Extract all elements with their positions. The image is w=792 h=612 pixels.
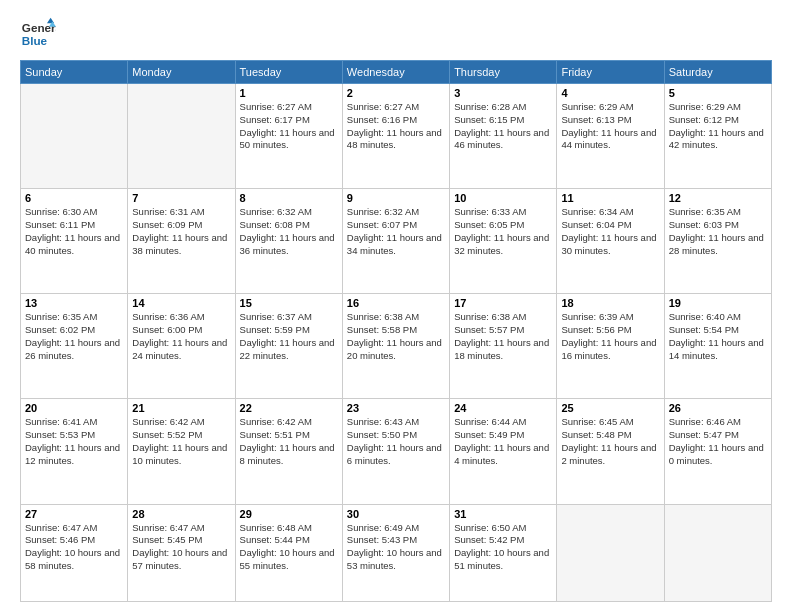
svg-text:Blue: Blue — [22, 34, 48, 47]
calendar-cell: 1Sunrise: 6:27 AM Sunset: 6:17 PM Daylig… — [235, 84, 342, 189]
calendar-cell — [128, 84, 235, 189]
day-number: 16 — [347, 297, 445, 309]
day-number: 1 — [240, 87, 338, 99]
calendar-cell: 26Sunrise: 6:46 AM Sunset: 5:47 PM Dayli… — [664, 399, 771, 504]
day-number: 12 — [669, 192, 767, 204]
calendar-cell: 3Sunrise: 6:28 AM Sunset: 6:15 PM Daylig… — [450, 84, 557, 189]
cell-info: Sunrise: 6:47 AM Sunset: 5:46 PM Dayligh… — [25, 522, 123, 573]
cell-info: Sunrise: 6:27 AM Sunset: 6:17 PM Dayligh… — [240, 101, 338, 152]
day-number: 17 — [454, 297, 552, 309]
day-number: 9 — [347, 192, 445, 204]
calendar-cell: 15Sunrise: 6:37 AM Sunset: 5:59 PM Dayli… — [235, 294, 342, 399]
day-header-friday: Friday — [557, 61, 664, 84]
day-number: 30 — [347, 508, 445, 520]
calendar-cell: 6Sunrise: 6:30 AM Sunset: 6:11 PM Daylig… — [21, 189, 128, 294]
cell-info: Sunrise: 6:41 AM Sunset: 5:53 PM Dayligh… — [25, 416, 123, 467]
calendar-cell: 19Sunrise: 6:40 AM Sunset: 5:54 PM Dayli… — [664, 294, 771, 399]
calendar-cell: 11Sunrise: 6:34 AM Sunset: 6:04 PM Dayli… — [557, 189, 664, 294]
cell-info: Sunrise: 6:40 AM Sunset: 5:54 PM Dayligh… — [669, 311, 767, 362]
cell-info: Sunrise: 6:33 AM Sunset: 6:05 PM Dayligh… — [454, 206, 552, 257]
cell-info: Sunrise: 6:47 AM Sunset: 5:45 PM Dayligh… — [132, 522, 230, 573]
calendar-cell: 8Sunrise: 6:32 AM Sunset: 6:08 PM Daylig… — [235, 189, 342, 294]
day-number: 28 — [132, 508, 230, 520]
cell-info: Sunrise: 6:27 AM Sunset: 6:16 PM Dayligh… — [347, 101, 445, 152]
calendar-cell — [557, 504, 664, 601]
calendar-cell: 4Sunrise: 6:29 AM Sunset: 6:13 PM Daylig… — [557, 84, 664, 189]
day-header-tuesday: Tuesday — [235, 61, 342, 84]
cell-info: Sunrise: 6:29 AM Sunset: 6:13 PM Dayligh… — [561, 101, 659, 152]
cell-info: Sunrise: 6:32 AM Sunset: 6:08 PM Dayligh… — [240, 206, 338, 257]
day-number: 20 — [25, 402, 123, 414]
day-number: 24 — [454, 402, 552, 414]
cell-info: Sunrise: 6:37 AM Sunset: 5:59 PM Dayligh… — [240, 311, 338, 362]
day-number: 3 — [454, 87, 552, 99]
calendar-cell: 5Sunrise: 6:29 AM Sunset: 6:12 PM Daylig… — [664, 84, 771, 189]
calendar-cell: 21Sunrise: 6:42 AM Sunset: 5:52 PM Dayli… — [128, 399, 235, 504]
day-number: 13 — [25, 297, 123, 309]
cell-info: Sunrise: 6:29 AM Sunset: 6:12 PM Dayligh… — [669, 101, 767, 152]
day-number: 6 — [25, 192, 123, 204]
cell-info: Sunrise: 6:49 AM Sunset: 5:43 PM Dayligh… — [347, 522, 445, 573]
calendar-week-row: 13Sunrise: 6:35 AM Sunset: 6:02 PM Dayli… — [21, 294, 772, 399]
cell-info: Sunrise: 6:31 AM Sunset: 6:09 PM Dayligh… — [132, 206, 230, 257]
cell-info: Sunrise: 6:34 AM Sunset: 6:04 PM Dayligh… — [561, 206, 659, 257]
cell-info: Sunrise: 6:42 AM Sunset: 5:51 PM Dayligh… — [240, 416, 338, 467]
calendar-cell: 18Sunrise: 6:39 AM Sunset: 5:56 PM Dayli… — [557, 294, 664, 399]
cell-info: Sunrise: 6:36 AM Sunset: 6:00 PM Dayligh… — [132, 311, 230, 362]
day-header-sunday: Sunday — [21, 61, 128, 84]
day-header-thursday: Thursday — [450, 61, 557, 84]
cell-info: Sunrise: 6:38 AM Sunset: 5:58 PM Dayligh… — [347, 311, 445, 362]
day-number: 31 — [454, 508, 552, 520]
calendar-cell: 31Sunrise: 6:50 AM Sunset: 5:42 PM Dayli… — [450, 504, 557, 601]
cell-info: Sunrise: 6:44 AM Sunset: 5:49 PM Dayligh… — [454, 416, 552, 467]
calendar-week-row: 27Sunrise: 6:47 AM Sunset: 5:46 PM Dayli… — [21, 504, 772, 601]
cell-info: Sunrise: 6:35 AM Sunset: 6:03 PM Dayligh… — [669, 206, 767, 257]
day-number: 22 — [240, 402, 338, 414]
day-header-monday: Monday — [128, 61, 235, 84]
calendar-cell — [21, 84, 128, 189]
calendar-cell: 17Sunrise: 6:38 AM Sunset: 5:57 PM Dayli… — [450, 294, 557, 399]
day-number: 25 — [561, 402, 659, 414]
calendar-cell: 23Sunrise: 6:43 AM Sunset: 5:50 PM Dayli… — [342, 399, 449, 504]
calendar-cell: 7Sunrise: 6:31 AM Sunset: 6:09 PM Daylig… — [128, 189, 235, 294]
calendar-cell: 27Sunrise: 6:47 AM Sunset: 5:46 PM Dayli… — [21, 504, 128, 601]
day-number: 15 — [240, 297, 338, 309]
day-number: 11 — [561, 192, 659, 204]
calendar-cell: 2Sunrise: 6:27 AM Sunset: 6:16 PM Daylig… — [342, 84, 449, 189]
cell-info: Sunrise: 6:43 AM Sunset: 5:50 PM Dayligh… — [347, 416, 445, 467]
cell-info: Sunrise: 6:42 AM Sunset: 5:52 PM Dayligh… — [132, 416, 230, 467]
calendar-cell: 14Sunrise: 6:36 AM Sunset: 6:00 PM Dayli… — [128, 294, 235, 399]
day-number: 14 — [132, 297, 230, 309]
calendar-week-row: 6Sunrise: 6:30 AM Sunset: 6:11 PM Daylig… — [21, 189, 772, 294]
logo-icon: General Blue — [20, 16, 56, 52]
cell-info: Sunrise: 6:32 AM Sunset: 6:07 PM Dayligh… — [347, 206, 445, 257]
calendar-cell: 29Sunrise: 6:48 AM Sunset: 5:44 PM Dayli… — [235, 504, 342, 601]
calendar-cell: 30Sunrise: 6:49 AM Sunset: 5:43 PM Dayli… — [342, 504, 449, 601]
day-number: 5 — [669, 87, 767, 99]
calendar-header-row: SundayMondayTuesdayWednesdayThursdayFrid… — [21, 61, 772, 84]
day-header-saturday: Saturday — [664, 61, 771, 84]
cell-info: Sunrise: 6:28 AM Sunset: 6:15 PM Dayligh… — [454, 101, 552, 152]
calendar-week-row: 1Sunrise: 6:27 AM Sunset: 6:17 PM Daylig… — [21, 84, 772, 189]
day-number: 19 — [669, 297, 767, 309]
day-number: 7 — [132, 192, 230, 204]
logo: General Blue — [20, 16, 56, 52]
day-number: 23 — [347, 402, 445, 414]
day-number: 18 — [561, 297, 659, 309]
day-number: 4 — [561, 87, 659, 99]
calendar-cell: 20Sunrise: 6:41 AM Sunset: 5:53 PM Dayli… — [21, 399, 128, 504]
calendar-cell: 28Sunrise: 6:47 AM Sunset: 5:45 PM Dayli… — [128, 504, 235, 601]
calendar-cell: 9Sunrise: 6:32 AM Sunset: 6:07 PM Daylig… — [342, 189, 449, 294]
calendar-cell: 10Sunrise: 6:33 AM Sunset: 6:05 PM Dayli… — [450, 189, 557, 294]
calendar-table: SundayMondayTuesdayWednesdayThursdayFrid… — [20, 60, 772, 602]
calendar-cell: 13Sunrise: 6:35 AM Sunset: 6:02 PM Dayli… — [21, 294, 128, 399]
calendar-week-row: 20Sunrise: 6:41 AM Sunset: 5:53 PM Dayli… — [21, 399, 772, 504]
cell-info: Sunrise: 6:39 AM Sunset: 5:56 PM Dayligh… — [561, 311, 659, 362]
day-number: 27 — [25, 508, 123, 520]
day-number: 8 — [240, 192, 338, 204]
day-number: 29 — [240, 508, 338, 520]
cell-info: Sunrise: 6:48 AM Sunset: 5:44 PM Dayligh… — [240, 522, 338, 573]
day-number: 21 — [132, 402, 230, 414]
day-header-wednesday: Wednesday — [342, 61, 449, 84]
cell-info: Sunrise: 6:46 AM Sunset: 5:47 PM Dayligh… — [669, 416, 767, 467]
